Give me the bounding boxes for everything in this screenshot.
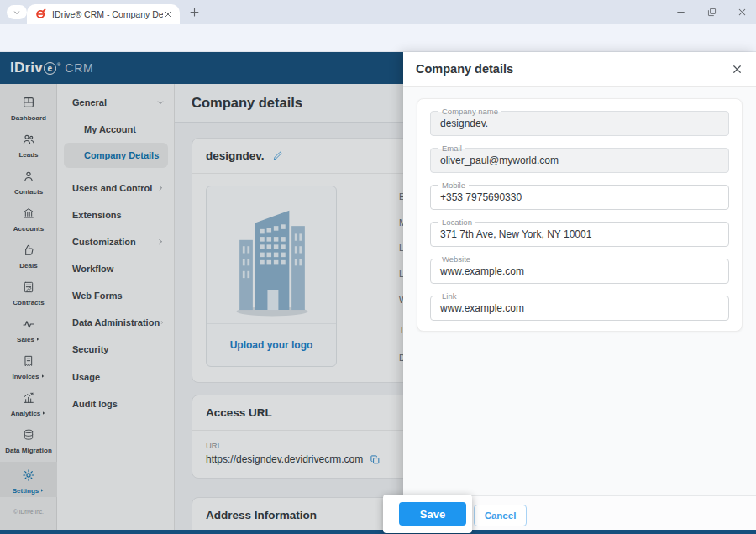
company-form: Company name designdev. Email oliver_pau… [417,98,743,332]
email-label: Email [438,143,465,154]
location-field[interactable]: Location 371 7th Ave, New York, NY 10001 [430,222,729,247]
save-button-highlight: Save [383,495,472,533]
website-field[interactable]: Website www.example.com [430,259,729,284]
link-value[interactable]: www.example.com [431,296,728,320]
location-label: Location [438,217,475,228]
tab-close-icon[interactable] [163,9,173,19]
save-button[interactable]: Save [399,502,466,526]
new-tab-button[interactable] [188,6,201,18]
minimize-button[interactable] [675,7,686,18]
location-value[interactable]: 371 7th Ave, New York, NY 10001 [431,222,728,246]
company-name-field: Company name designdev. [430,111,729,136]
mobile-value[interactable]: +353 7975690330 [431,186,728,209]
link-label: Link [438,291,459,301]
panel-body: Company name designdev. Email oliver_pau… [403,87,756,495]
browser-tab[interactable]: IDrive® CRM - Company Detail [27,4,180,24]
website-label: Website [438,254,474,264]
idrive-favicon [35,8,46,19]
window-close-button[interactable] [737,7,748,18]
restore-button[interactable] [706,7,717,18]
tab-title: IDrive® CRM - Company Detail [52,9,163,19]
panel-title: Company details [416,62,513,76]
panel-header: Company details [403,52,756,87]
company-name-label: Company name [438,106,501,117]
app-bottom-edge [0,530,756,534]
company-details-panel: Company details Company name designdev. … [403,52,756,530]
tab-strip: IDrive® CRM - Company Detail [0,0,756,24]
email-value: oliver_paul@myworld.com [431,149,728,172]
link-field[interactable]: Link www.example.com [430,296,729,321]
chevron-down-icon [13,8,21,17]
browser-toolbar: designdev.idrivecrm.com/app/company [0,24,756,52]
browser-window: IDrive® CRM - Company Detail designdev.i… [0,0,756,534]
panel-close-icon[interactable] [731,63,743,76]
website-value[interactable]: www.example.com [431,259,728,283]
mobile-label: Mobile [438,180,469,191]
cancel-button[interactable]: Cancel [474,505,527,526]
tab-search-button[interactable] [7,5,27,19]
email-field: Email oliver_paul@myworld.com [430,148,729,173]
mobile-field[interactable]: Mobile +353 7975690330 [430,185,729,210]
